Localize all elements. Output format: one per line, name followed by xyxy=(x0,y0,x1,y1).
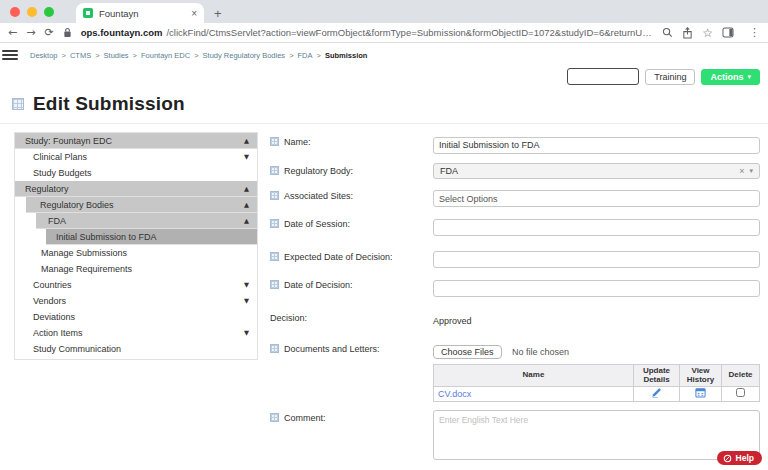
sidebar-item-countries[interactable]: Countries ▼ xyxy=(15,277,257,293)
search-input[interactable] xyxy=(567,68,639,85)
help-button[interactable]: Help xyxy=(717,451,762,465)
training-button[interactable]: Training xyxy=(645,69,695,85)
form-row-associated-sites: Associated Sites: xyxy=(270,188,760,208)
reload-icon[interactable]: ⟳ xyxy=(44,27,53,38)
browser-menu-icon[interactable]: ⋮ xyxy=(749,26,760,39)
update-details-icon[interactable] xyxy=(651,387,662,398)
bookmark-star-icon[interactable]: ☆ xyxy=(702,27,713,39)
sidebar-item-regulatory[interactable]: Regulatory ▲ xyxy=(15,181,257,197)
collapse-arrow-icon[interactable]: ▲ xyxy=(244,185,257,193)
sidebar-item-study-budgets[interactable]: Study Budgets xyxy=(15,165,257,181)
fountayn-favicon xyxy=(83,8,93,18)
edit-submission-form: Name: Regulatory Body: FDA × ▾ Associate… xyxy=(270,132,760,470)
page-toolbar: Training Actions ▾ xyxy=(0,64,768,89)
sidebar-item-clinical-plans[interactable]: Clinical Plans ▼ xyxy=(15,149,257,165)
form-row-regulatory-body: Regulatory Body: FDA × ▾ xyxy=(270,163,760,179)
decision-value: Approved xyxy=(433,313,472,326)
page-title: Edit Submission xyxy=(33,93,185,115)
hamburger-menu-icon[interactable] xyxy=(2,50,18,60)
actions-button[interactable]: Actions ▾ xyxy=(701,69,760,85)
tree-label: Clinical Plans xyxy=(33,152,87,162)
field-audit-icon[interactable] xyxy=(270,252,279,261)
back-icon[interactable]: ← xyxy=(8,27,17,38)
forward-icon[interactable]: → xyxy=(26,27,35,38)
file-status-text: No file chosen xyxy=(512,347,569,357)
field-audit-icon[interactable] xyxy=(270,191,279,200)
sidebar-item-manage-submissions[interactable]: Manage Submissions xyxy=(15,245,257,261)
new-tab-button[interactable]: + xyxy=(214,6,222,21)
date-of-decision-input[interactable] xyxy=(433,280,760,297)
breadcrumb-study-regulatory-bodies[interactable]: Study Regulatory Bodies xyxy=(203,51,286,60)
collapse-arrow-icon[interactable]: ▲ xyxy=(244,137,257,145)
document-link[interactable]: CV.docx xyxy=(438,389,471,399)
field-audit-icon[interactable] xyxy=(270,166,279,175)
sidebar-item-deviations[interactable]: Deviations xyxy=(15,309,257,325)
col-update-details: Update Details xyxy=(634,364,680,386)
sidebar-item-vendors[interactable]: Vendors ▼ xyxy=(15,293,257,309)
sidebar-item-initial-submission-to-fda[interactable]: Initial Submission to FDA xyxy=(46,229,257,245)
sidebar-item-study-fountayn-edc[interactable]: Study: Fountayn EDC ▲ xyxy=(15,133,257,149)
breadcrumb-submission: Submission xyxy=(325,51,368,60)
breadcrumb-ctms[interactable]: CTMS xyxy=(70,51,91,60)
choose-files-button[interactable]: Choose Files xyxy=(433,345,502,359)
sidebar-item-study-communication[interactable]: Study Communication xyxy=(15,341,257,357)
field-audit-icon[interactable] xyxy=(270,413,279,422)
breadcrumb: Desktop > CTMS > Studies > Fountayn EDC … xyxy=(30,51,367,60)
view-history-icon[interactable] xyxy=(695,387,706,398)
actions-label: Actions xyxy=(710,72,743,82)
zoom-icon[interactable] xyxy=(662,27,673,38)
sidebar-item-fda[interactable]: FDA ▲ xyxy=(36,213,257,229)
field-audit-icon[interactable] xyxy=(270,137,279,146)
browser-tab[interactable]: Fountayn × xyxy=(76,3,204,23)
tree-label: Study Budgets xyxy=(33,168,92,178)
breadcrumb-fountayn-edc[interactable]: Fountayn EDC xyxy=(141,51,190,60)
expand-arrow-icon[interactable]: ▼ xyxy=(244,153,257,161)
breadcrumb-desktop[interactable]: Desktop xyxy=(30,51,58,60)
url-path: /clickFind/CtmsServlet?action=viewFormOb… xyxy=(166,27,653,38)
sidebar-item-regulatory-bodies[interactable]: Regulatory Bodies ▲ xyxy=(26,197,257,213)
sidebar-item-action-items[interactable]: Action Items ▼ xyxy=(15,325,257,341)
field-label: Associated Sites: xyxy=(284,191,353,201)
field-label: Expected Date of Decision: xyxy=(284,252,393,262)
side-panel-icon[interactable] xyxy=(722,27,734,38)
associated-sites-input[interactable] xyxy=(433,190,760,207)
breadcrumb-fda[interactable]: FDA xyxy=(298,51,313,60)
close-window-button[interactable] xyxy=(10,7,20,17)
form-row-comment: Comment: xyxy=(270,410,760,464)
col-name: Name xyxy=(434,364,634,386)
date-of-session-input[interactable] xyxy=(433,219,760,236)
field-audit-icon[interactable] xyxy=(270,344,279,353)
share-icon[interactable] xyxy=(682,27,693,39)
clear-selection-icon[interactable]: × xyxy=(739,166,744,176)
comment-textarea[interactable] xyxy=(433,410,760,460)
name-input[interactable] xyxy=(433,137,760,154)
url-domain: ops.fountayn.com xyxy=(81,27,163,38)
field-label: Date of Session: xyxy=(284,219,350,229)
tab-close-icon[interactable]: × xyxy=(191,8,197,19)
field-label: Name: xyxy=(284,137,311,147)
expected-date-of-decision-input[interactable] xyxy=(433,251,760,268)
expand-arrow-icon[interactable]: ▼ xyxy=(244,297,257,305)
delete-checkbox[interactable] xyxy=(736,388,745,397)
chevron-down-icon[interactable]: ▾ xyxy=(749,167,753,175)
regulatory-body-select[interactable]: FDA × ▾ xyxy=(433,163,760,179)
url-bar: ← → ⟳ ops.fountayn.com/clickFind/CtmsSer… xyxy=(0,23,768,43)
table-header-row: Name Update Details View History Delete xyxy=(434,364,760,386)
breadcrumb-studies[interactable]: Studies xyxy=(104,51,129,60)
field-audit-icon[interactable] xyxy=(270,219,279,228)
collapse-arrow-icon[interactable]: ▲ xyxy=(244,217,257,225)
field-label: Documents and Letters: xyxy=(284,344,380,354)
tree-label: Vendors xyxy=(33,296,66,306)
address-text[interactable]: ops.fountayn.com/clickFind/CtmsServlet?a… xyxy=(81,27,654,38)
collapse-arrow-icon[interactable]: ▲ xyxy=(244,201,257,209)
maximize-window-button[interactable] xyxy=(44,7,54,17)
field-audit-icon[interactable] xyxy=(270,280,279,289)
expand-arrow-icon[interactable]: ▼ xyxy=(244,281,257,289)
audit-trail-icon[interactable] xyxy=(12,98,24,110)
expand-arrow-icon[interactable]: ▼ xyxy=(244,329,257,337)
field-label: Decision: xyxy=(270,313,307,323)
minimize-window-button[interactable] xyxy=(27,7,37,17)
tab-strip: Fountayn × + xyxy=(0,0,768,23)
main-content: Study: Fountayn EDC ▲ Clinical Plans ▼ S… xyxy=(0,124,768,470)
sidebar-item-manage-requirements[interactable]: Manage Requirements xyxy=(15,261,257,277)
